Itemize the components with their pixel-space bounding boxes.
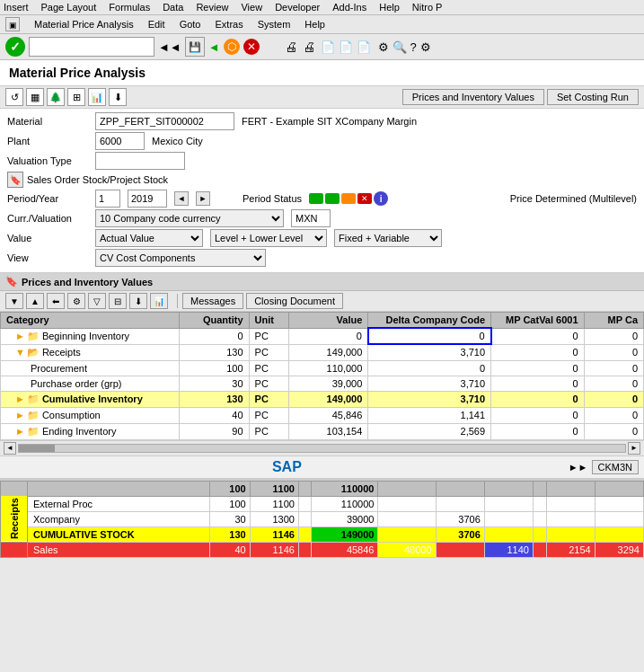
expand-panels-icon[interactable]: ►►: [569, 462, 588, 473]
table-row[interactable]: ►📁Cumulative Inventory130PC149,0003,7100…: [1, 391, 644, 407]
bottom-cell: [533, 496, 546, 511]
chart-icon[interactable]: 📊: [88, 88, 106, 106]
costing-cockpit-button[interactable]: Prices and Inventory Values: [402, 89, 544, 105]
customize-icon[interactable]: ⚙: [420, 40, 431, 54]
find-icon[interactable]: 🔍: [393, 40, 407, 54]
col-category: Category: [1, 313, 180, 329]
sap-menu-edit[interactable]: Edit: [148, 19, 165, 30]
cell-quantity: 130: [180, 344, 249, 360]
print2-icon[interactable]: 🖨: [303, 40, 315, 54]
tree-icon[interactable]: 🌲: [47, 88, 65, 106]
sap-menu-material[interactable]: Material Price Analysis: [34, 19, 134, 30]
settings-icon[interactable]: ⚙: [378, 40, 389, 54]
save-button[interactable]: 💾: [185, 37, 205, 57]
year-input[interactable]: [128, 190, 167, 208]
table-icon[interactable]: ▦: [26, 88, 44, 106]
menu-view[interactable]: View: [241, 2, 262, 13]
status-info-icon[interactable]: i: [374, 191, 388, 206]
horizontal-scrollbar[interactable]: [18, 444, 626, 453]
sap-menu-help[interactable]: Help: [304, 19, 325, 30]
period-input[interactable]: [95, 190, 120, 208]
layout-icon[interactable]: ⊟: [109, 293, 127, 309]
messages-button[interactable]: Messages: [182, 293, 243, 309]
bottom-table-row[interactable]: CUMULATIVE STOCK13011461490003706: [1, 526, 644, 542]
bottom-cell: [546, 526, 595, 542]
command-input[interactable]: [29, 37, 154, 57]
ckm-label: CKM3N: [592, 460, 640, 474]
scroll-left-button[interactable]: ◄: [4, 442, 16, 455]
bottom-cell: [378, 511, 436, 526]
closing-document-button[interactable]: Closing Document: [246, 293, 343, 309]
bottom-row-label: External Proc: [28, 496, 210, 511]
menu-help[interactable]: Help: [379, 2, 400, 13]
table-row[interactable]: Procurement100PC110,000000: [1, 360, 644, 376]
valuation-input[interactable]: [95, 152, 185, 170]
help-icon[interactable]: ?: [410, 40, 417, 54]
cell-mp-catval: 0: [491, 360, 584, 376]
prev-button[interactable]: ◄: [208, 40, 220, 54]
expand-icon[interactable]: ⊞: [67, 88, 85, 106]
page-icon[interactable]: 📄: [321, 40, 335, 54]
collapse-all-button[interactable]: ▲: [26, 293, 44, 309]
level-select[interactable]: Level + Lower Level: [210, 229, 327, 247]
cell-mp-ca: 0: [584, 344, 643, 360]
check-button[interactable]: ✓: [5, 37, 25, 57]
status-light-3: [341, 193, 356, 204]
back-nav-button[interactable]: ◄◄: [158, 40, 181, 54]
chart2-icon[interactable]: 📊: [150, 293, 168, 309]
set-costing-run-button[interactable]: Set Costing Run: [547, 89, 639, 105]
table-row[interactable]: ▼📂Receipts130PC149,0003,71000: [1, 344, 644, 360]
stop-orange-button[interactable]: ⬡: [224, 39, 240, 55]
empty-cell: [1, 542, 28, 557]
cell-mp-catval: 0: [491, 376, 584, 391]
period-prev-button[interactable]: ◄: [174, 191, 189, 206]
bottom-table-row[interactable]: Xcompany301300390003706: [1, 511, 644, 526]
bottom-table-row[interactable]: Sales4011464584648000114021543294: [1, 542, 644, 557]
material-input[interactable]: [95, 112, 234, 130]
export2-icon[interactable]: ⬇: [129, 293, 147, 309]
table-row[interactable]: Purchase order (grp)30PC39,0003,71000: [1, 376, 644, 391]
print-icon[interactable]: 🖨: [285, 40, 297, 54]
valuation-label: Valuation Type: [7, 155, 88, 166]
status-light-x: ✕: [357, 193, 372, 204]
menu-nitro[interactable]: Nitro P: [412, 2, 443, 13]
page3-icon[interactable]: 📄: [357, 40, 371, 54]
menu-developer[interactable]: Developer: [275, 2, 320, 13]
table-row[interactable]: ►📁Ending Inventory90PC103,1542,56900: [1, 423, 644, 439]
plant-code-input[interactable]: [95, 132, 145, 150]
table-row[interactable]: ►📁Beginning Inventory0PC0000: [1, 328, 644, 344]
period-next-button[interactable]: ►: [196, 191, 210, 206]
scroll-right-button[interactable]: ►: [628, 442, 640, 455]
sap-menu-goto[interactable]: Goto: [180, 19, 201, 30]
menu-add-ins[interactable]: Add-Ins: [332, 2, 366, 13]
sap-menu-system[interactable]: System: [258, 19, 291, 30]
view-select[interactable]: CV Cost Components: [95, 249, 266, 267]
nav-icon-1[interactable]: ⬅: [47, 293, 65, 309]
cell-category: ►📁Cumulative Inventory: [1, 391, 180, 407]
bottom-cell: [484, 496, 533, 511]
bottom-col-c9: [546, 481, 595, 496]
page2-icon[interactable]: 📄: [339, 40, 353, 54]
filter-icon[interactable]: ▽: [88, 293, 106, 309]
fixed-variable-select[interactable]: Fixed + Variable: [334, 229, 442, 247]
menu-page-layout[interactable]: Page Layout: [41, 2, 97, 13]
curr-valuation-select[interactable]: 10 Company code currency: [95, 209, 284, 227]
stop-red-button[interactable]: ✕: [243, 39, 260, 55]
menu-insert[interactable]: Insert: [4, 2, 29, 13]
settings2-icon[interactable]: ⚙: [67, 293, 85, 309]
curr-code-input[interactable]: [291, 209, 331, 227]
export-icon[interactable]: ⬇: [109, 88, 127, 106]
value-select[interactable]: Actual Value: [95, 229, 203, 247]
cell-category: ►📁Ending Inventory: [1, 423, 180, 439]
bottom-table-row[interactable]: ReceiptsExternal Proc1001100110000: [1, 496, 644, 511]
refresh-icon[interactable]: ↺: [5, 88, 23, 106]
menu-review[interactable]: Review: [196, 2, 228, 13]
expand-all-button[interactable]: ▼: [5, 293, 23, 309]
table-row[interactable]: ►📁Consumption40PC45,8461,14100: [1, 407, 644, 423]
sap-menu-extras[interactable]: Extras: [215, 19, 243, 30]
menu-formulas[interactable]: Formulas: [109, 2, 150, 13]
menu-data[interactable]: Data: [163, 2, 183, 13]
cell-delta: 3,710: [368, 376, 491, 391]
cell-unit: PC: [249, 328, 288, 344]
bottom-cell: 1100: [250, 496, 298, 511]
